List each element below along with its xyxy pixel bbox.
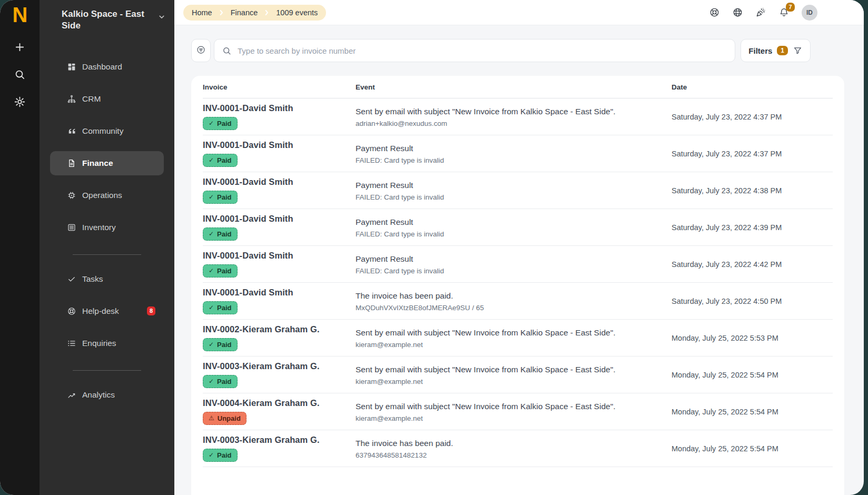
sidebar-item-label: Community — [82, 126, 123, 136]
workspace-switcher[interactable]: Kalkio Space - East Side — [40, 0, 174, 32]
sidebar-divider — [73, 254, 141, 255]
invoice-title[interactable]: INV-0001-David Smith — [203, 251, 356, 261]
event-text: Sent by email with subject "New Invoice … — [356, 106, 661, 117]
table-row[interactable]: INV-0003-Kieram Graham G. ✓ Paid Sent by… — [203, 357, 833, 393]
invoice-title[interactable]: INV-0002-Kieram Graham G. — [203, 324, 356, 334]
status-label: Unpaid — [218, 414, 241, 423]
plus-icon[interactable] — [14, 41, 26, 53]
status-icon: ✓ — [209, 341, 214, 348]
event-detail: adrian+kalkio@nexudus.com — [356, 120, 661, 127]
event-detail: FAILED: Card type is invalid — [356, 230, 661, 238]
status-badge: ✓ Paid — [203, 117, 238, 130]
status-label: Paid — [217, 377, 231, 387]
invoice-title[interactable]: INV-0003-Kieram Graham G. — [203, 435, 356, 445]
status-icon: ✓ — [209, 304, 214, 311]
enquiries-icon — [67, 339, 76, 348]
topbar: HomeFinance1009 events 7ID — [174, 0, 864, 25]
event-detail: FAILED: Card type is invalid — [356, 193, 661, 201]
search-box — [214, 39, 735, 62]
status-icon: ✓ — [209, 378, 214, 384]
breadcrumb-item[interactable]: Home — [186, 8, 218, 17]
table-row[interactable]: INV-0001-David Smith ✓ Paid The invoice … — [203, 283, 833, 320]
sidebar-item-operations[interactable]: Operations — [50, 183, 164, 207]
event-date: Saturday, July 23, 2022 4:42 PM — [672, 260, 833, 269]
breadcrumb-item[interactable]: 1009 events — [271, 8, 323, 17]
dashboard-icon — [67, 62, 76, 72]
table-row[interactable]: INV-0001-David Smith ✓ Paid Payment Resu… — [203, 209, 833, 246]
sidebar-item-label: Tasks — [82, 274, 103, 284]
table-row[interactable]: INV-0003-Kieram Graham G. ✓ Paid The inv… — [203, 430, 833, 467]
status-icon: ✓ — [209, 157, 214, 163]
event-date: Saturday, July 23, 2022 4:37 PM — [672, 113, 833, 121]
workspace-name: Kalkio Space - East Side — [62, 8, 146, 32]
search-icon[interactable] — [14, 68, 26, 81]
invoice-title[interactable]: INV-0001-David Smith — [203, 103, 356, 113]
sidebar-item-help-desk[interactable]: Help-desk 8 — [50, 299, 164, 323]
sidebar-item-dashboard[interactable]: Dashboard — [50, 55, 164, 79]
status-icon: ✓ — [209, 120, 214, 126]
table-row[interactable]: INV-0004-Kieram Graham G. ⚠ Unpaid Sent … — [203, 393, 833, 430]
status-badge: ✓ Paid — [203, 154, 238, 167]
finance-icon — [67, 159, 76, 168]
invoice-title[interactable]: INV-0004-Kieram Graham G. — [203, 398, 356, 408]
sidebar-item-label: Operations — [82, 191, 122, 200]
lifebuoy-icon[interactable] — [709, 7, 720, 18]
chevron-down-icon[interactable] — [156, 12, 167, 22]
event-text: Sent by email with subject "New Invoice … — [356, 364, 661, 375]
sidebar-item-tasks[interactable]: Tasks — [50, 267, 164, 291]
invoice-title[interactable]: INV-0003-Kieram Graham G. — [203, 361, 356, 371]
sidebar-item-finance[interactable]: Finance — [50, 151, 164, 175]
sidebar-item-label: Finance — [82, 159, 113, 168]
nexudus-logo: N — [13, 4, 27, 25]
app-window: N Kalkio Space - East Side Dashboard CRM… — [0, 0, 864, 495]
table-row[interactable]: INV-0002-Kieram Graham G. ✓ Paid Sent by… — [203, 320, 833, 357]
invoice-title[interactable]: INV-0001-David Smith — [203, 288, 356, 298]
event-text: Payment Result — [356, 180, 661, 191]
sidebar-item-analytics[interactable]: Analytics — [50, 383, 164, 407]
toolbar: Filters 1 — [191, 39, 844, 62]
icon-rail: N — [0, 0, 40, 495]
table-header: Invoice Event Date — [203, 76, 833, 98]
column-header-date[interactable]: Date — [672, 83, 833, 91]
search-icon — [222, 46, 232, 56]
search-input[interactable] — [236, 46, 727, 56]
event-detail: FAILED: Card type is invalid — [356, 156, 661, 164]
inventory-icon — [67, 223, 76, 232]
status-badge: ✓ Paid — [203, 338, 238, 351]
event-text: The invoice has been paid. — [356, 290, 661, 302]
status-icon: ✓ — [209, 452, 214, 458]
breadcrumb-item[interactable]: Finance — [225, 8, 263, 17]
notification-count-badge: 7 — [786, 3, 795, 12]
table-row[interactable]: INV-0001-David Smith ✓ Paid Payment Resu… — [203, 135, 833, 172]
status-badge: ✓ Paid — [203, 301, 238, 314]
user-avatar[interactable]: ID — [802, 5, 817, 21]
crm-icon — [67, 94, 76, 104]
sidebar-item-community[interactable]: Community — [50, 119, 164, 143]
table-row[interactable]: INV-0001-David Smith ✓ Paid Payment Resu… — [203, 172, 833, 209]
column-header-invoice[interactable]: Invoice — [203, 83, 356, 91]
filters-label: Filters — [748, 46, 772, 55]
status-badge: ✓ Paid — [203, 375, 238, 388]
filters-button[interactable]: Filters 1 — [741, 39, 811, 62]
invoice-title[interactable]: INV-0001-David Smith — [203, 214, 356, 224]
main-area: HomeFinance1009 events 7ID Filters 1 — [174, 0, 864, 495]
sidebar-item-inventory[interactable]: Inventory — [50, 215, 164, 240]
event-date: Monday, July 25, 2022 5:53 PM — [672, 334, 833, 342]
invoice-title[interactable]: INV-0001-David Smith — [203, 177, 356, 187]
events-table-card: Invoice Event Date INV-0001-David Smith … — [191, 76, 844, 495]
status-label: Paid — [217, 303, 231, 313]
globe-icon[interactable] — [732, 7, 743, 18]
table-row[interactable]: INV-0001-David Smith ✓ Paid Payment Resu… — [203, 246, 833, 283]
view-options-button[interactable] — [191, 39, 211, 62]
party-popper-icon[interactable] — [755, 7, 766, 18]
community-icon — [67, 126, 76, 136]
column-header-event[interactable]: Event — [356, 83, 672, 91]
event-date: Saturday, July 23, 2022 4:38 PM — [672, 186, 833, 195]
sidebar-item-crm[interactable]: CRM — [50, 87, 164, 111]
sidebar-item-enquiries[interactable]: Enquiries — [50, 331, 164, 355]
table-row[interactable]: INV-0001-David Smith ✓ Paid Sent by emai… — [203, 98, 833, 135]
status-badge: ✓ Paid — [203, 191, 238, 204]
gear-icon[interactable] — [14, 96, 26, 108]
invoice-title[interactable]: INV-0001-David Smith — [203, 140, 356, 150]
bell-icon[interactable]: 7 — [778, 7, 790, 18]
